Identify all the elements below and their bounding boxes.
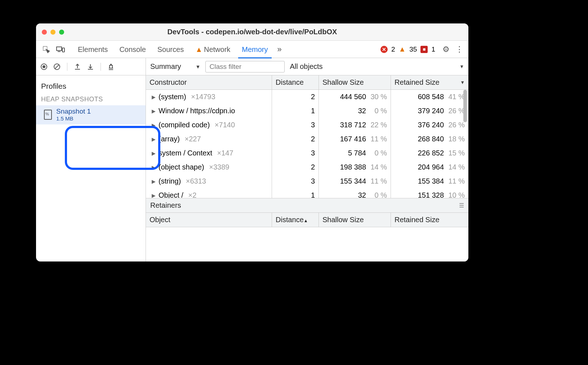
constructor-name: (string) [159, 177, 181, 185]
titlebar: DevTools - codepen.io/web-dot-dev/live/P… [36, 23, 468, 41]
table-row[interactable]: ▶Window / https://cdpn.io1320 %379 24026… [146, 104, 468, 118]
sort-desc-icon: ▼ [460, 80, 465, 85]
close-icon[interactable] [42, 30, 47, 35]
expand-icon[interactable]: ▶ [152, 108, 156, 114]
col-shallow[interactable]: Shallow Size [319, 75, 391, 89]
menu-icon[interactable]: ☰ [459, 202, 464, 209]
cell-retained: 268 84018 % [391, 132, 468, 146]
constructor-name: (array) [159, 135, 180, 143]
cell-shallow: 198 38814 % [319, 160, 391, 174]
table-row[interactable]: ▶(system) ×147932444 56030 %608 54841 % [146, 90, 468, 104]
scrollbar[interactable] [463, 90, 467, 122]
main-panel: Constructor Distance Shallow Size Retain… [146, 75, 468, 261]
table-row[interactable]: ▶(string) ×63133155 34411 %155 38411 % [146, 174, 468, 188]
tab-network-label: Network [204, 45, 230, 53]
tab-sources[interactable]: Sources [152, 41, 190, 58]
cell-distance: 2 [272, 132, 319, 146]
status-badges: ✕2 ▲35 ■1 [380, 45, 435, 53]
summary-label: Summary [150, 62, 181, 71]
col-constructor[interactable]: Constructor [146, 75, 272, 89]
constructor-name: (object shape) [159, 163, 204, 171]
profiles-heading: Profiles [36, 79, 146, 93]
cell-retained: 379 24026 % [391, 104, 468, 118]
cell-shallow: 320 % [319, 104, 391, 118]
cell-retained: 204 96414 % [391, 160, 468, 174]
snapshot-item[interactable]: Snapshot 1 1.5 MB [36, 105, 146, 124]
zoom-icon[interactable] [59, 30, 64, 35]
cell-shallow: 5 7840 % [319, 146, 391, 160]
gear-icon[interactable]: ⚙ [442, 45, 450, 54]
expand-icon[interactable]: ▶ [152, 122, 156, 128]
col-retained[interactable]: Retained Size▼ [391, 75, 468, 89]
expand-icon[interactable]: ▶ [152, 136, 156, 142]
heap-snapshots-label: HEAP SNAPSHOTS [36, 93, 146, 105]
kebab-icon[interactable]: ⋮ [455, 45, 463, 54]
constructor-name: system / Context [159, 149, 212, 157]
cell-distance: 3 [272, 146, 319, 160]
more-tabs-icon[interactable]: » [277, 45, 280, 54]
ret-col-retained[interactable]: Retained Size [391, 213, 468, 227]
col-distance[interactable]: Distance [272, 75, 319, 89]
record-icon[interactable] [40, 62, 48, 71]
chevron-down-icon: ▼ [196, 64, 201, 70]
table-row[interactable]: ▶system / Context ×14735 7840 %226 85215… [146, 146, 468, 160]
cell-distance: 2 [272, 160, 319, 174]
download-icon[interactable] [86, 62, 95, 71]
svg-point-4 [43, 65, 45, 68]
cell-distance: 1 [272, 188, 319, 198]
table-row[interactable]: ▶(object shape) ×33892198 38814 %204 964… [146, 160, 468, 174]
device-icon[interactable] [55, 44, 66, 54]
devtools-window: DevTools - codepen.io/web-dot-dev/live/P… [36, 23, 468, 261]
sort-asc-icon: ▲ [304, 218, 308, 223]
tabs-row: Elements Console Sources ▲Network Memory… [36, 41, 468, 58]
summary-dropdown[interactable]: Summary ▼ [150, 62, 200, 71]
minimize-icon[interactable] [50, 30, 55, 35]
expand-icon[interactable]: ▶ [152, 164, 156, 170]
constructor-name: (compiled code) [159, 121, 210, 129]
cell-retained: 151 32810 % [391, 188, 468, 198]
scope-dropdown[interactable]: All objects [290, 62, 322, 71]
tab-network[interactable]: ▲Network [190, 41, 236, 58]
sidebar: Profiles HEAP SNAPSHOTS Snapshot 1 1.5 M… [36, 75, 146, 261]
cell-retained: 376 24026 % [391, 118, 468, 132]
snapshot-name: Snapshot 1 [56, 107, 91, 115]
tab-console[interactable]: Console [113, 41, 151, 58]
errors-icon[interactable]: ✕ [380, 46, 388, 53]
instance-count: ×7140 [215, 121, 235, 129]
cell-shallow: 167 41611 % [319, 132, 391, 146]
clear-icon[interactable] [53, 62, 61, 71]
retainers-body [146, 227, 468, 261]
instance-count: ×2 [188, 191, 196, 198]
warnings-count: 35 [409, 45, 417, 53]
expand-icon[interactable]: ▶ [152, 94, 156, 100]
cell-retained: 226 85215 % [391, 146, 468, 160]
cell-distance: 3 [272, 118, 319, 132]
garbage-collect-icon[interactable] [107, 62, 115, 71]
issues-count: 1 [431, 45, 435, 53]
tab-memory[interactable]: Memory [236, 41, 273, 58]
cell-shallow: 444 56030 % [319, 90, 391, 104]
warnings-icon[interactable]: ▲ [398, 45, 406, 53]
warning-icon: ▲ [195, 45, 202, 53]
expand-icon[interactable]: ▶ [152, 150, 156, 156]
upload-icon[interactable] [73, 62, 82, 71]
table-body[interactable]: ▶(system) ×147932444 56030 %608 54841 %▶… [146, 90, 468, 198]
expand-icon[interactable]: ▶ [152, 193, 156, 198]
class-filter-input[interactable] [205, 61, 285, 72]
ret-col-distance[interactable]: Distance▲ [272, 213, 319, 227]
instance-count: ×3389 [209, 163, 229, 171]
expand-icon[interactable]: ▶ [152, 179, 156, 184]
cell-distance: 1 [272, 104, 319, 118]
table-row[interactable]: ▶Object / ×21320 %151 32810 % [146, 188, 468, 198]
inspect-icon[interactable] [41, 44, 51, 54]
table-row[interactable]: ▶(compiled code) ×71403318 71222 %376 24… [146, 118, 468, 132]
issues-icon[interactable]: ■ [420, 46, 428, 53]
ret-col-object[interactable]: Object [146, 213, 272, 227]
tab-elements[interactable]: Elements [72, 41, 113, 58]
ret-col-shallow[interactable]: Shallow Size [319, 213, 391, 227]
snapshot-size: 1.5 MB [56, 115, 91, 122]
instance-count: ×6313 [186, 177, 206, 185]
instance-count: ×147 [217, 149, 233, 157]
chevron-down-icon[interactable]: ▼ [459, 64, 464, 69]
table-row[interactable]: ▶(array) ×2272167 41611 %268 84018 % [146, 132, 468, 146]
